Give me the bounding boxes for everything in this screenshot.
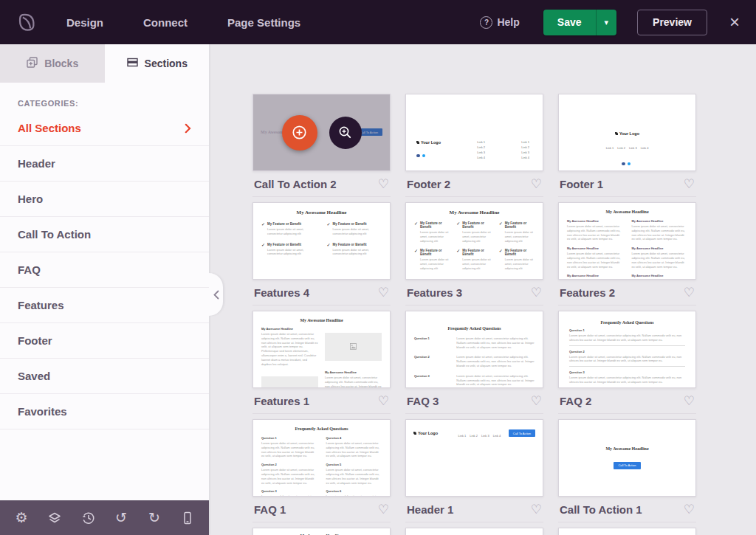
category-item-call-to-action[interactable]: Call To Action — [0, 217, 209, 252]
category-item-header[interactable]: Header — [0, 146, 209, 182]
section-card-label: FAQ 3 — [407, 395, 439, 407]
favorite-heart-icon[interactable]: ♡ — [378, 503, 389, 516]
card-divider — [405, 305, 543, 306]
feature-text-block: My Awesome HeadlineLorem ipsum dolor sit… — [567, 246, 623, 269]
tab-sections-label: Sections — [145, 58, 188, 69]
feature-item: ✓My Feature or BenefitLorem ipsum dolor … — [327, 243, 382, 257]
preview-headline: Frequently Asked Questions — [567, 320, 687, 325]
section-thumbnail[interactable]: Frequently Asked QuestionsQuestion 1Lore… — [252, 419, 391, 497]
card-divider — [558, 305, 696, 306]
check-icon: ✓ — [327, 222, 331, 227]
category-item-label: Footer — [18, 334, 52, 347]
section-thumbnail[interactable]: Your LogoLink 1Link 2Link 3Link 4Call To… — [405, 419, 543, 497]
layers-icon[interactable] — [46, 509, 63, 527]
logo-mark-icon — [413, 432, 416, 435]
favorite-heart-icon[interactable]: ♡ — [684, 395, 695, 407]
help-button[interactable]: ? Help — [480, 16, 519, 29]
faq-item: Question 4Lorem ipsum dolor sit amet, co… — [326, 436, 382, 458]
section-card-label: Call To Action 1 — [560, 503, 642, 516]
favorite-heart-icon[interactable]: ♡ — [531, 178, 542, 190]
section-card-features-4: My Awesome Headline✓My Feature or Benefi… — [252, 202, 391, 311]
favorite-heart-icon[interactable]: ♡ — [684, 503, 695, 516]
card-divider — [252, 522, 391, 522]
section-thumbnail[interactable]: Frequently Asked QuestionsQuestion 1Lore… — [558, 311, 696, 388]
card-divider — [558, 522, 696, 522]
section-card-call-to-action-2: My Awesome HeadlineCall To ActionCall To… — [252, 94, 391, 202]
social-icons — [622, 155, 633, 168]
section-thumbnail[interactable]: Your LogoLink 1Link 2Link 3Link 4 — [558, 94, 696, 171]
favorite-heart-icon[interactable]: ♡ — [684, 286, 695, 299]
section-thumbnail[interactable]: Frequently Asked QuestionsQuestion 1Lore… — [405, 311, 543, 388]
section-thumbnail[interactable]: My Awesome Headline✓My Feature or Benefi… — [405, 202, 543, 280]
feature-item: ✓My Feature or BenefitLorem ipsum dolor … — [327, 222, 382, 236]
redo-icon[interactable]: ↻ — [145, 509, 163, 527]
faq-item: Question 2Lorem ipsum dolor sit amet, co… — [261, 463, 317, 485]
favorite-heart-icon[interactable]: ♡ — [531, 395, 542, 407]
plus-circle-icon — [292, 125, 307, 140]
favorite-heart-icon[interactable]: ♡ — [378, 286, 389, 299]
category-item-hero[interactable]: Hero — [0, 182, 209, 217]
card-divider — [558, 413, 696, 414]
tab-blocks[interactable]: Blocks — [0, 44, 105, 83]
section-card-call-to-action-1: My Awesome HeadlineCall To ActionCall To… — [558, 419, 696, 528]
favorite-heart-icon[interactable]: ♡ — [378, 178, 389, 190]
nav-tab-design[interactable]: Design — [66, 16, 103, 29]
gear-icon[interactable]: ⚙ — [13, 509, 30, 527]
section-thumbnail[interactable] — [405, 528, 543, 535]
favorite-heart-icon[interactable]: ♡ — [378, 395, 389, 407]
save-button[interactable]: Save — [543, 10, 596, 35]
feature-text-block: My Awesome HeadlineLorem ipsum dolor sit… — [632, 219, 688, 241]
close-icon[interactable]: × — [729, 13, 740, 31]
add-section-button[interactable] — [282, 115, 317, 151]
feature-text-block: My Awesome HeadlineLorem ipsum dolor sit… — [567, 274, 623, 280]
feature-item: ✓My Feature or BenefitLorem ipsum dolor … — [414, 221, 450, 243]
category-item-features[interactable]: Features — [0, 288, 209, 323]
card-hover-overlay — [253, 94, 390, 170]
seedprod-logo-icon[interactable] — [16, 12, 37, 32]
category-item-all-sections[interactable]: All Sections — [0, 111, 209, 146]
category-item-favorites[interactable]: Favorites — [0, 394, 209, 429]
category-item-label: Features — [18, 299, 64, 311]
section-thumbnail[interactable]: Your LogoLink 1Link 2Link 3Link 4Link 1L… — [405, 94, 543, 171]
your-logo: Your Logo — [615, 131, 639, 136]
nav-tab-connect[interactable]: Connect — [143, 16, 188, 29]
favorite-heart-icon[interactable]: ♡ — [531, 286, 542, 299]
image-placeholder-icon — [350, 343, 357, 350]
save-dropdown-button[interactable]: ▾ — [596, 10, 617, 35]
mobile-icon[interactable] — [179, 509, 196, 527]
tab-sections[interactable]: Sections — [105, 44, 210, 83]
logo-mark-icon — [615, 132, 618, 135]
undo-icon[interactable]: ↺ — [112, 509, 130, 527]
section-library: My Awesome HeadlineCall To ActionCall To… — [209, 44, 756, 535]
zoom-preview-button[interactable] — [329, 117, 362, 149]
nav-tab-page-settings[interactable]: Page Settings — [227, 16, 300, 29]
section-thumbnail[interactable]: My Awesome HeadlineCall To Action — [558, 419, 696, 497]
category-item-saved[interactable]: Saved — [0, 359, 209, 394]
section-thumbnail[interactable]: My Awesome Headline — [252, 528, 391, 535]
category-item-faq[interactable]: FAQ — [0, 252, 209, 288]
workspace: Blocks Sections CATEGORIES: All Sections… — [0, 44, 756, 535]
section-thumbnail[interactable]: My Awesome HeadlineMy Awesome HeadlineLo… — [558, 202, 696, 280]
category-item-footer[interactable]: Footer — [0, 323, 209, 359]
section-thumbnail[interactable] — [558, 528, 696, 535]
section-thumbnail[interactable]: My Awesome HeadlineMy Awesome HeadlineLo… — [252, 311, 391, 388]
faq-item: Question 1Lorem ipsum dolor sit amet, co… — [414, 336, 535, 349]
section-card-label: Features 3 — [407, 286, 462, 299]
favorite-heart-icon[interactable]: ♡ — [684, 178, 695, 190]
feature-text-block: My Awesome HeadlineLorem ipsum dolor sit… — [261, 327, 318, 366]
page-builder-app: Design Connect Page Settings ? Help Save… — [0, 0, 756, 535]
section-thumbnail[interactable]: My Awesome Headline✓My Feature or Benefi… — [252, 202, 391, 280]
preview-headline: My Awesome Headline — [261, 210, 382, 215]
feature-item: ✓My Feature or BenefitLorem ipsum dolor … — [499, 249, 535, 270]
feature-text-block: My Awesome HeadlineLorem ipsum dolor sit… — [632, 274, 688, 280]
card-divider — [558, 196, 696, 197]
history-icon[interactable] — [79, 509, 97, 527]
favorite-heart-icon[interactable]: ♡ — [531, 503, 542, 516]
your-logo: Your Logo — [413, 431, 438, 435]
sidebar-tabs: Blocks Sections — [0, 44, 209, 83]
section-card-label: FAQ 1 — [254, 503, 286, 516]
section-thumbnail[interactable]: My Awesome HeadlineCall To Action — [252, 94, 391, 171]
preview-button[interactable]: Preview — [637, 10, 707, 35]
category-item-label: Favorites — [18, 405, 67, 418]
caret-down-icon: ▾ — [605, 18, 609, 27]
